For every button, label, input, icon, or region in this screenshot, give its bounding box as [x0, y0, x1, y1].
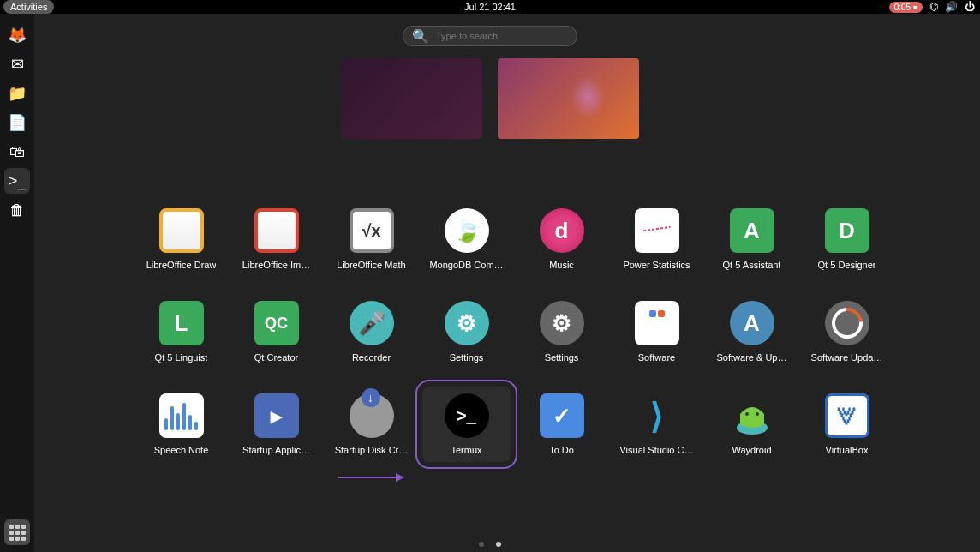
dock-thunderbird[interactable]: ✉ [4, 51, 30, 77]
music-icon: d [540, 208, 584, 253]
app-settings1[interactable]: ⚙Settings [422, 294, 511, 369]
dock: 🦊✉📁📄🛍>_🗑 [0, 14, 34, 552]
recorder-icon: 🎤 [350, 301, 394, 345]
power-icon [635, 208, 679, 253]
show-applications-button[interactable] [4, 519, 30, 545]
dock-firefox[interactable]: 🦊 [4, 22, 30, 48]
disk-icon [350, 393, 394, 438]
workspace-switcher [341, 58, 639, 139]
qtc-icon: QC [254, 301, 299, 345]
app-qtc[interactable]: QCQt Creator [232, 294, 320, 369]
app-label: To Do [549, 445, 574, 455]
app-power[interactable]: Power Statistics [612, 201, 701, 277]
app-label: Startup Applic… [242, 445, 310, 455]
app-lomath[interactable]: √xLibreOffice Math [327, 201, 415, 277]
app-startup[interactable]: ▸Startup Applic… [232, 387, 320, 462]
dock-terminal[interactable]: >_ [4, 168, 30, 194]
clock[interactable]: Jul 21 02:41 [464, 2, 516, 12]
page-indicator [479, 542, 501, 547]
vbox-icon: ⩔ [825, 393, 869, 438]
app-label: Termux [451, 445, 481, 455]
grid-icon [9, 525, 26, 541]
app-label: LibreOffice Math [337, 260, 406, 270]
app-qta[interactable]: AQt 5 Assistant [708, 201, 796, 277]
workspace-thumbnail-2[interactable] [498, 58, 639, 139]
app-waydroid[interactable]: Waydroid [708, 387, 796, 462]
app-settings2[interactable]: ⚙Settings [517, 294, 606, 369]
app-swup[interactable]: ASoftware & Up… [708, 294, 796, 369]
app-music[interactable]: dMusic [517, 201, 606, 277]
svg-point-2 [756, 412, 759, 416]
app-vbox[interactable]: ⩔VirtualBox [803, 387, 891, 462]
dock-writer[interactable]: 📄 [4, 110, 30, 135]
qtd-icon: D [825, 208, 869, 253]
app-label: MongoDB Com… [429, 260, 503, 270]
workspace-thumbnail-1[interactable] [341, 58, 482, 139]
app-label: Qt 5 Designer [818, 260, 876, 270]
app-software[interactable]: Software [612, 294, 701, 369]
app-label: Qt Creator [254, 352, 298, 363]
app-label: Software & Up… [717, 352, 787, 363]
app-label: Qt 5 Assistant [723, 260, 781, 270]
annotation-arrow [338, 477, 403, 478]
page-dot-1[interactable] [479, 542, 484, 547]
app-label: VirtualBox [826, 445, 869, 455]
app-speech[interactable]: Speech Note [137, 387, 225, 462]
search-input[interactable] [436, 31, 568, 41]
power-icon[interactable]: ⏻ [965, 1, 975, 13]
waydroid-icon [730, 393, 774, 438]
app-label: Power Statistics [623, 260, 690, 270]
app-vscode[interactable]: ⟩Visual Studio C… [612, 387, 701, 462]
app-label: Software Upda… [811, 352, 883, 363]
app-label: LibreOffice Draw [146, 260, 217, 270]
settings2-icon: ⚙ [540, 301, 584, 345]
app-loimpress[interactable]: LibreOffice Im… [232, 201, 320, 277]
settings1-icon: ⚙ [445, 301, 489, 345]
search-bar[interactable]: 🔍 [403, 26, 577, 46]
app-todo[interactable]: ✓To Do [517, 387, 606, 462]
volume-icon[interactable]: 🔊 [945, 1, 958, 13]
app-label: Qt 5 Linguist [155, 352, 208, 363]
app-label: Music [549, 260, 574, 270]
app-termux[interactable]: >_Termux [422, 387, 511, 462]
app-qtd[interactable]: DQt 5 Designer [803, 201, 891, 277]
app-label: Settings [545, 352, 579, 363]
mongo-icon: 🍃 [445, 208, 489, 253]
screen-record-indicator[interactable]: 0:05 [889, 2, 923, 13]
app-label: Visual Studio C… [619, 445, 693, 455]
app-label: Software [638, 352, 675, 363]
app-label: LibreOffice Im… [242, 260, 310, 270]
svg-point-1 [745, 412, 749, 416]
qtl-icon: L [159, 301, 204, 345]
applications-grid: LibreOffice DrawLibreOffice Im…√xLibreOf… [137, 201, 891, 462]
app-qtl[interactable]: LQt 5 Linguist [137, 294, 225, 369]
startup-icon: ▸ [254, 393, 299, 438]
termux-icon: >_ [445, 393, 489, 438]
wallpaper-jellyfish [571, 75, 605, 118]
loimpress-icon [254, 208, 299, 253]
speech-icon [159, 393, 204, 438]
app-swupd[interactable]: Software Upda… [803, 294, 891, 369]
dock-software-center[interactable]: 🛍 [4, 139, 30, 165]
top-bar: Activities Jul 21 02:41 0:05 ⌬ 🔊 ⏻ [0, 0, 980, 14]
vscode-icon: ⟩ [635, 393, 679, 438]
page-dot-2[interactable] [496, 542, 501, 547]
activities-button[interactable]: Activities [3, 0, 54, 14]
dock-files[interactable]: 📁 [4, 81, 30, 106]
dock-trash[interactable]: 🗑 [4, 197, 30, 223]
todo-icon: ✓ [540, 393, 584, 438]
app-mongo[interactable]: 🍃MongoDB Com… [422, 201, 511, 277]
app-lodraw[interactable]: LibreOffice Draw [137, 201, 225, 277]
app-label: Waydroid [732, 445, 771, 455]
app-label: Recorder [352, 352, 391, 363]
app-recorder[interactable]: 🎤Recorder [327, 294, 415, 369]
software-icon [635, 301, 679, 345]
swup-icon: A [730, 301, 774, 345]
lomath-icon: √x [350, 208, 394, 253]
lodraw-icon [159, 208, 204, 253]
app-label: Speech Note [154, 445, 209, 455]
app-label: Startup Disk Cr… [335, 445, 409, 455]
app-disk[interactable]: Startup Disk Cr… [327, 387, 415, 462]
qta-icon: A [730, 208, 774, 253]
network-icon[interactable]: ⌬ [929, 1, 938, 13]
